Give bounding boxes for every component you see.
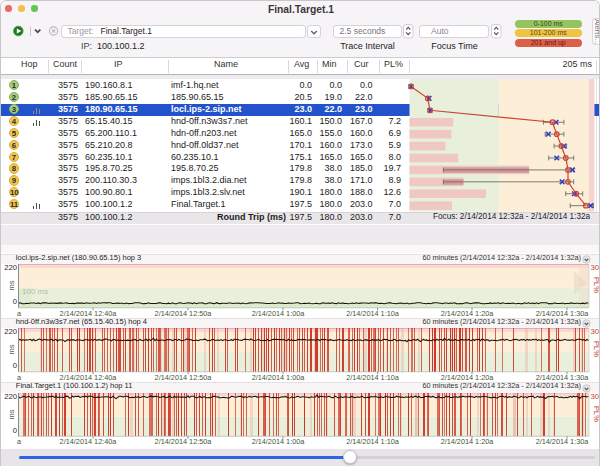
svg-text:100 ms: 100 ms	[22, 287, 48, 296]
